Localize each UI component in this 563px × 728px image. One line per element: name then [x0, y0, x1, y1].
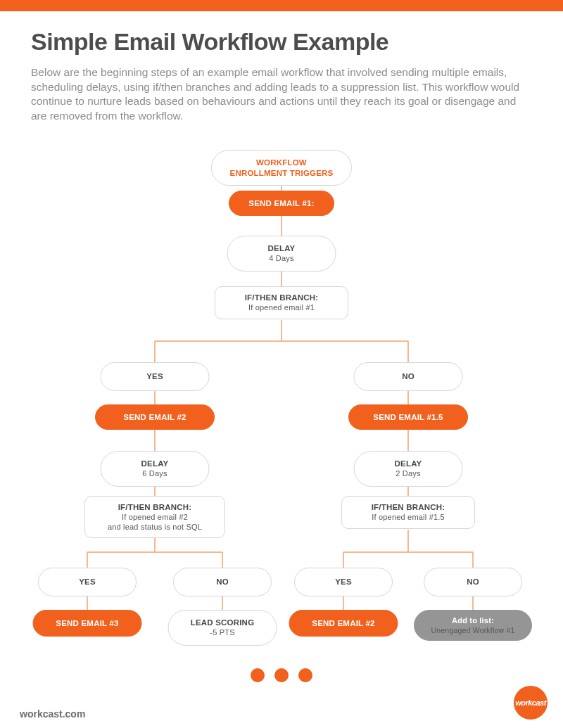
send-email-3-label: SEND EMAIL #3 [56, 619, 118, 627]
node-branch-1: IF/THEN BRANCH: If opened email #1 [215, 286, 348, 319]
node-no-1: NO [354, 362, 463, 390]
node-send-email-3: SEND EMAIL #3 [33, 610, 142, 637]
node-delay-3: DELAY 2 Days [354, 451, 463, 486]
enrollment-line1: WORKFLOW [256, 158, 307, 167]
node-no-2: NO [173, 568, 272, 596]
delay-3-label: DELAY [395, 459, 422, 468]
no-3-text: NO [467, 577, 479, 587]
node-send-email-2: SEND EMAIL #2 [95, 404, 215, 430]
footer-url: workcast.com [20, 708, 85, 720]
send-email-2b-label: SEND EMAIL #2 [312, 619, 374, 627]
dot-icon [251, 668, 265, 682]
intro-text: Below are the beginning steps of an exam… [31, 65, 531, 123]
node-yes-2: YES [38, 568, 137, 596]
delay-2-value: 6 Days [142, 469, 167, 479]
node-yes-1: YES [101, 362, 210, 390]
node-branch-2: IF/THEN BRANCH: If opened email #2 and l… [84, 496, 225, 538]
node-no-3: NO [424, 568, 522, 596]
delay-3-value: 2 Days [396, 469, 420, 479]
delay-1-label: DELAY [268, 243, 296, 253]
workcast-logo: workcast [514, 686, 548, 720]
branch-1-cond: If opened email #1 [248, 303, 315, 313]
node-send-email-1: SEND EMAIL #1: [229, 191, 334, 216]
node-lead-scoring: LEAD SCORING -5 PTS [168, 610, 277, 645]
add-to-list-value: Unengaged Workflow #1 [431, 626, 515, 635]
flowchart: WORKFLOW ENROLLMENT TRIGGERS SEND EMAIL … [31, 123, 532, 651]
branch-1-label: IF/THEN BRANCH: [245, 293, 319, 302]
lead-scoring-label: LEAD SCORING [191, 618, 255, 627]
dot-icon [274, 668, 289, 682]
branch-3-cond: If opened email #1.5 [372, 513, 445, 523]
node-delay-1: DELAY 4 Days [227, 236, 336, 271]
node-branch-3: IF/THEN BRANCH: If opened email #1.5 [341, 496, 475, 528]
decorative-dots [251, 668, 312, 682]
logo-text: workcast [515, 698, 546, 707]
node-yes-3: YES [294, 568, 393, 596]
branch-2-label: IF/THEN BRANCH: [118, 502, 192, 512]
send-email-2-label: SEND EMAIL #2 [123, 413, 186, 421]
send-email-1-label: SEND EMAIL #1: [248, 199, 314, 207]
no-2-text: NO [216, 577, 229, 587]
dot-icon [298, 668, 312, 682]
delay-1-value: 4 Days [269, 254, 293, 264]
page-content: Simple Email Workflow Example Below are … [0, 11, 563, 651]
node-send-email-2b: SEND EMAIL #2 [289, 610, 398, 637]
page-title: Simple Email Workflow Example [31, 28, 532, 56]
no-1-text: NO [402, 371, 415, 381]
branch-2-cond2: and lead status is not SQL [108, 523, 202, 532]
top-accent-bar [0, 0, 563, 11]
enrollment-line2: ENROLLMENT TRIGGERS [230, 168, 334, 178]
send-email-1-5-label: SEND EMAIL #1.5 [373, 413, 443, 421]
yes-1-text: YES [146, 371, 163, 381]
lead-scoring-value: -5 PTS [210, 628, 234, 638]
yes-2-text: YES [79, 577, 96, 587]
branch-2-cond1: If opened email #2 [122, 513, 188, 523]
node-enrollment-trigger: WORKFLOW ENROLLMENT TRIGGERS [211, 150, 352, 186]
delay-2-label: DELAY [141, 459, 169, 468]
add-to-list-label: Add to list: [452, 616, 494, 625]
yes-3-text: YES [335, 577, 352, 587]
branch-3-label: IF/THEN BRANCH: [372, 502, 445, 512]
node-delay-2: DELAY 6 Days [101, 451, 210, 486]
node-add-to-list: Add to list: Unengaged Workflow #1 [414, 610, 532, 641]
node-send-email-1-5: SEND EMAIL #1.5 [348, 404, 468, 430]
